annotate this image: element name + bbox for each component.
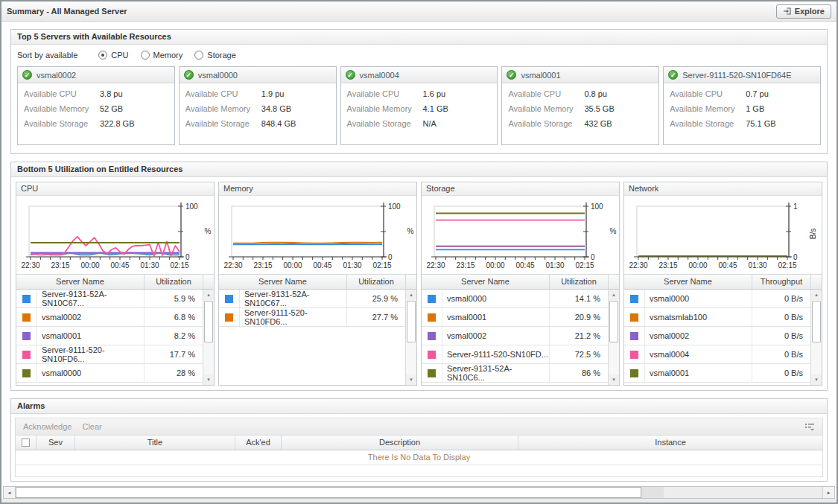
vertical-scrollbar-thumb[interactable] xyxy=(204,301,213,342)
sort-radio-cpu[interactable]: CPU xyxy=(98,51,128,60)
sort-radio-memory[interactable]: Memory xyxy=(141,51,183,60)
panel-table-body: Server-9131-52A-SN10C67...25.9 %Server-9… xyxy=(219,290,416,385)
column-value[interactable]: Utilization xyxy=(145,275,203,289)
table-row[interactable]: vsmatsmlab1000 B/s xyxy=(624,308,810,327)
alarm-column-description[interactable]: Description xyxy=(282,436,518,450)
table-row[interactable]: Server-9111-520-SN10FD6...17.7 % xyxy=(16,345,203,364)
resource-label: Available Memory xyxy=(185,104,261,113)
vertical-scrollbar-track[interactable] xyxy=(406,343,416,374)
scroll-up-button[interactable]: ▴ xyxy=(811,290,822,300)
panel-table-header: Server Name Utilization xyxy=(422,275,619,290)
scroll-down-button[interactable]: ▾ xyxy=(203,374,214,385)
dashboard-window: Summary - All Managed Server Explore Top… xyxy=(0,0,838,504)
table-row[interactable]: vsmal000221.2 % xyxy=(422,327,608,345)
svg-text:0: 0 xyxy=(591,253,595,261)
radio-button-selected[interactable] xyxy=(98,51,107,60)
radio-button[interactable] xyxy=(194,51,203,60)
table-row[interactable]: vsmal000028 % xyxy=(16,364,203,383)
resource-row: Available Memory35.5 GB xyxy=(502,98,658,113)
server-name-cell: vsmal0001 xyxy=(37,327,145,345)
table-row[interactable]: Server-9111-520-SN10FD6...27.7 % xyxy=(219,308,405,327)
vertical-scrollbar-thumb[interactable] xyxy=(812,301,821,342)
server-card[interactable]: ✓ vsmal0004 Available CPU1.6 puAvailable… xyxy=(340,66,498,145)
server-card[interactable]: ✓ vsmal0000 Available CPU1.9 puAvailable… xyxy=(179,66,337,145)
series-color-swatch xyxy=(428,369,436,377)
server-name-cell: vsmatsmlab100 xyxy=(645,308,752,326)
clear-button[interactable]: Clear xyxy=(82,422,101,431)
table-row[interactable]: vsmal000014.1 % xyxy=(422,290,608,308)
svg-text:22:30: 22:30 xyxy=(223,261,242,269)
server-name-cell: vsmal0002 xyxy=(37,308,145,326)
value-cell: 0 B/s xyxy=(752,308,810,326)
column-value[interactable]: Utilization xyxy=(347,275,405,289)
series-color-swatch xyxy=(225,313,233,322)
horizontal-scrollbar-thumb[interactable] xyxy=(16,487,641,498)
alarm-column-instance[interactable]: Instance xyxy=(518,436,822,450)
explore-button[interactable]: Explore xyxy=(776,4,831,19)
vertical-scrollbar-thumb[interactable] xyxy=(407,301,416,342)
server-card[interactable]: ✓ vsmal0002 Available CPU3.8 puAvailable… xyxy=(17,66,175,145)
table-row[interactable]: Server-9131-52A-SN10C67...25.9 % xyxy=(219,290,405,308)
column-server-name[interactable]: Server Name xyxy=(219,275,347,289)
table-customizer-button[interactable] xyxy=(804,422,815,431)
svg-text:1: 1 xyxy=(793,202,798,211)
table-row[interactable]: vsmal00020 B/s xyxy=(624,327,810,345)
column-server-name[interactable]: Server Name xyxy=(624,275,752,289)
svg-text:00:45: 00:45 xyxy=(718,261,737,269)
swatch-cell xyxy=(422,290,442,307)
vertical-scrollbar-track[interactable] xyxy=(609,343,619,374)
scroll-down-button[interactable]: ▾ xyxy=(609,374,619,385)
acknowledge-button[interactable]: Acknowledge xyxy=(23,422,72,431)
table-row[interactable]: vsmal00010 B/s xyxy=(624,364,810,383)
alarm-column-sev[interactable]: Sev xyxy=(36,436,75,450)
column-server-name[interactable]: Server Name xyxy=(16,275,145,289)
swatch-cell xyxy=(219,308,240,326)
value-cell: 0 B/s xyxy=(752,327,810,345)
vertical-scrollbar-track[interactable] xyxy=(811,343,822,374)
column-server-name[interactable]: Server Name xyxy=(422,275,550,289)
swatch-cell xyxy=(16,364,37,382)
scroll-up-button[interactable]: ▴ xyxy=(203,290,214,300)
resource-row: Available CPU0.7 pu xyxy=(664,83,820,98)
vertical-scrollbar[interactable]: ▴ ▾ xyxy=(203,290,214,385)
alarm-column-title[interactable]: Title xyxy=(75,436,235,450)
swatch-cell xyxy=(624,308,645,326)
vertical-scrollbar-thumb[interactable] xyxy=(609,301,618,342)
horizontal-scrollbar[interactable]: ◂ ▸ xyxy=(3,486,835,499)
radio-button[interactable] xyxy=(141,51,150,60)
scroll-down-button[interactable]: ▾ xyxy=(406,374,416,385)
svg-text:23:15: 23:15 xyxy=(51,261,69,269)
panel-title: Network xyxy=(624,182,822,196)
sort-radio-storage[interactable]: Storage xyxy=(194,51,236,60)
vertical-scrollbar[interactable]: ▴ ▾ xyxy=(608,290,619,385)
table-row[interactable]: vsmal00026.8 % xyxy=(16,308,203,327)
table-row[interactable]: Server-9131-52A-SN10C6...86 % xyxy=(422,364,608,383)
swatch-cell xyxy=(422,364,442,382)
table-row[interactable]: vsmal00018.2 % xyxy=(16,327,203,345)
horizontal-scrollbar-track[interactable] xyxy=(641,487,664,498)
server-card[interactable]: ✓ vsmal0001 Available CPU0.8 puAvailable… xyxy=(501,66,659,145)
panel-table-body: vsmal00000 B/svsmatsmlab1000 B/svsmal000… xyxy=(624,290,822,385)
table-row[interactable]: vsmal00000 B/s xyxy=(624,290,810,308)
server-card-header: ✓ Server-9111-520-SN10FD64E xyxy=(664,67,820,83)
scroll-left-button[interactable]: ◂ xyxy=(4,487,16,498)
table-row[interactable]: vsmal000120.9 % xyxy=(422,308,608,327)
scroll-up-button[interactable]: ▴ xyxy=(609,290,619,300)
resource-label: Available Memory xyxy=(24,104,100,113)
column-value[interactable]: Throughput xyxy=(752,275,810,289)
server-name-cell: vsmal0001 xyxy=(645,364,752,382)
table-row[interactable]: Server-9131-52A-SN10C67...5.9 % xyxy=(16,290,203,308)
column-value[interactable]: Utilization xyxy=(550,275,608,289)
vertical-scrollbar[interactable]: ▴ ▾ xyxy=(810,290,822,385)
table-row[interactable]: Server-9111-520-SN10FD...72.5 % xyxy=(422,345,608,364)
alarm-column-acked[interactable]: Ack'ed xyxy=(235,436,282,450)
table-row[interactable]: vsmal00040 B/s xyxy=(624,345,810,364)
vertical-scrollbar[interactable]: ▴ ▾ xyxy=(405,290,416,385)
select-all-checkbox[interactable] xyxy=(22,438,30,447)
vertical-scrollbar-track[interactable] xyxy=(203,343,214,374)
scroll-down-button[interactable]: ▾ xyxy=(811,374,822,385)
scroll-right-button[interactable]: ▸ xyxy=(822,487,834,498)
scroll-up-button[interactable]: ▴ xyxy=(406,290,416,300)
resource-row: Available Storage848.4 GB xyxy=(180,113,336,128)
server-card[interactable]: ✓ Server-9111-520-SN10FD64E Available CP… xyxy=(663,66,821,145)
